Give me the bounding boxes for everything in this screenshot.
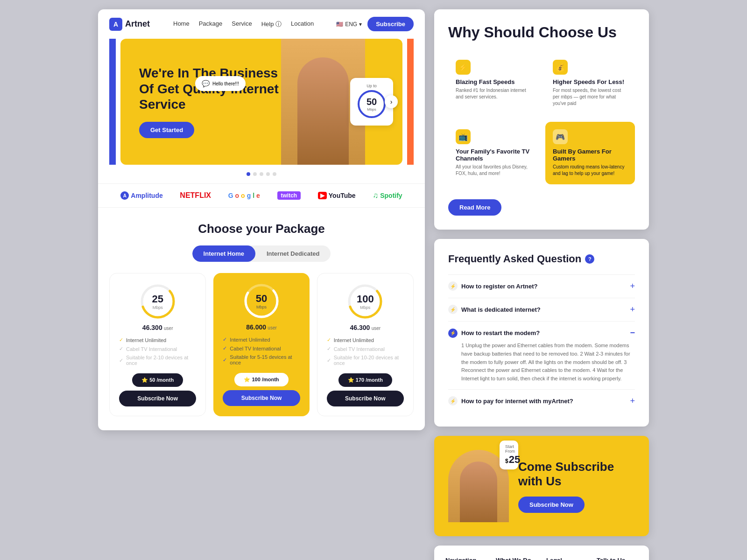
speed-circle: 50 Mbps <box>358 90 386 118</box>
read-more-button[interactable]: Read More <box>448 199 501 216</box>
why-card-desc-price: For most speeds, the lowest cost per mbp… <box>553 87 627 107</box>
hero-wrapper: We're In The Business Of Get Quality Int… <box>98 39 425 165</box>
why-grid: ⚡ Blazing Fast Speeds Ranked #1 for Indo… <box>448 52 635 184</box>
footer-nav-title: Navigation <box>445 557 486 560</box>
subscribe-banner: Start From $ 25 Come Subscribe with Us S… <box>434 436 649 536</box>
why-card-title-tv: Your Family's Favorite TV Channels <box>456 148 530 162</box>
faq-toggle-4[interactable]: + <box>630 396 635 406</box>
why-card-speed: ⚡ Blazing Fast Speeds Ranked #1 for Indo… <box>448 52 538 114</box>
brand-google: Google <box>228 192 260 199</box>
subscribe-now-button[interactable]: Subscribe Now <box>518 497 585 513</box>
dot-3[interactable] <box>260 172 263 176</box>
why-cards-col: ⚡ Blazing Fast Speeds Ranked #1 for Indo… <box>448 52 635 216</box>
faq-bullet-4: ⚡ <box>448 396 458 406</box>
why-card-desc-tv: All your local favorites plus Disney, FO… <box>456 164 530 177</box>
speed-badge-label: Up to <box>358 84 386 88</box>
package-card-100: 100 Mbps 46.300 user ✓ Internet Unlimite… <box>317 273 414 416</box>
hero-next-button[interactable]: › <box>385 95 398 108</box>
faq-toggle-3[interactable]: − <box>630 328 635 338</box>
faq-item-4: ⚡ How to pay for internet with myArtnet?… <box>448 389 635 413</box>
pkg-price-50: 86.000 user <box>223 323 300 331</box>
why-card-price: 💰 Higher Speeds For Less! For most speed… <box>545 52 635 114</box>
dot-4[interactable] <box>266 172 270 176</box>
dot-1[interactable] <box>247 172 250 176</box>
faq-item-2: ⚡ What is dedicated internet? + <box>448 298 635 321</box>
brand-twitch: twitch <box>277 191 301 200</box>
footer-columns: Navigation Home Package Service Help Con… <box>445 557 638 560</box>
banner-content: Come Subscribe with Us Subscribe Now <box>518 460 635 512</box>
why-card-desc-gamers: Custom routing means low-latency and lag… <box>553 164 627 177</box>
hero-section: We're In The Business Of Get Quality Int… <box>120 39 402 165</box>
subscribe-button-100[interactable]: Subscribe Now <box>327 391 404 406</box>
feature-item: ✓ Cabel TV International <box>327 346 404 352</box>
banner-price-tag: Start From $ 25 <box>500 441 518 469</box>
speed-gauge-50: 50 Mbps <box>243 282 280 320</box>
why-card-title-gamers: Built By Gamers For Gamers <box>553 148 627 162</box>
footer: Navigation Home Package Service Help Con… <box>434 546 649 560</box>
pkg-coin-50: ⭐ 100 /month <box>234 373 288 386</box>
faq-bullet-2: ⚡ <box>448 305 458 314</box>
speed-gauge-100: 100 Mbps <box>346 283 384 320</box>
brand-netflix: NETFLIX <box>180 191 211 200</box>
package-tabs: Internet Home Internet Dedicated <box>192 245 331 262</box>
nav-home[interactable]: Home <box>173 20 190 28</box>
lang-selector[interactable]: 🇺🇸ENG▾ <box>336 21 362 28</box>
hero-chat-bubble: 💬 Hello there!!! <box>195 76 246 91</box>
feature-item: ✓ Cabel TV International <box>119 346 196 352</box>
feature-item: ✓ Cabel TV International <box>223 345 300 351</box>
faq-question-1: ⚡ How to register on Artnet? <box>448 281 630 291</box>
nav-service[interactable]: Service <box>232 20 252 28</box>
why-layout: ⚡ Blazing Fast Speeds Ranked #1 for Indo… <box>448 52 635 216</box>
logo-icon: A <box>109 18 122 31</box>
nav-help[interactable]: Help ⓘ <box>261 20 282 28</box>
why-card-tv: 📺 Your Family's Favorite TV Channels All… <box>448 122 538 184</box>
feature-item: ✓ Internet Unlimited <box>327 337 404 343</box>
pkg-price-25: 46.300 user <box>119 324 196 331</box>
packages-title: Choose your Package <box>109 222 414 236</box>
banner-person-wrapper: Start From $ 25 <box>448 450 509 522</box>
feature-item: ✓ Internet Unlimited <box>119 337 196 343</box>
why-card-desc-speed: Ranked #1 for Indonesian internet and se… <box>456 87 530 100</box>
tab-internet-home[interactable]: Internet Home <box>192 245 255 262</box>
logo-text: Artnet <box>125 19 150 29</box>
faq-icon: ? <box>585 254 594 264</box>
nav-location[interactable]: Location <box>291 20 314 28</box>
faq-toggle-1[interactable]: + <box>630 281 635 291</box>
package-card-25: 25 Mbps 46.300 user ✓ Internet Unlimited… <box>109 273 206 416</box>
why-card-title-speed: Blazing Fast Speeds <box>456 78 530 85</box>
right-panel: Why Should Choose Us ⚡ Blazing Fast Spee… <box>434 9 649 560</box>
banner-price-number: 25 <box>509 454 520 466</box>
hero-dots <box>98 165 425 183</box>
hero-cta-button[interactable]: Get Started <box>139 122 194 138</box>
why-section: Why Should Choose Us ⚡ Blazing Fast Spee… <box>434 9 649 230</box>
nav-right: 🇺🇸ENG▾ Subscribe <box>336 17 414 31</box>
subscribe-button-25[interactable]: Subscribe Now <box>119 391 196 406</box>
nav-package[interactable]: Package <box>199 20 223 28</box>
faq-title: Frequently Asked Question ? <box>448 253 635 265</box>
dot-2[interactable] <box>253 172 257 176</box>
faq-section: Frequently Asked Question ? ⚡ How to reg… <box>434 239 649 427</box>
brand-spotify: ♫ Spotify <box>373 191 402 200</box>
feature-item: ✓ Internet Unlimited <box>223 336 300 343</box>
brands-bar: A Amplitude NETFLIX Google twitch ▶ YouT… <box>98 183 425 208</box>
packages-section: Choose your Package Internet Home Intern… <box>98 208 425 430</box>
dot-5[interactable] <box>273 172 276 176</box>
faq-bullet-1: ⚡ <box>448 281 458 291</box>
pkg-features-25: ✓ Internet Unlimited ✓ Cabel TV Internat… <box>119 337 196 366</box>
nav-subscribe-button[interactable]: Subscribe <box>367 17 414 31</box>
why-icon-gamers: 🎮 <box>553 129 568 144</box>
navbar: A Artnet Home Package Service Help ⓘ Loc… <box>98 9 425 39</box>
banner-start-from: Start From <box>505 444 513 454</box>
speed-unit: Mbps <box>367 107 376 112</box>
faq-toggle-2[interactable]: + <box>630 305 635 315</box>
faq-answer-3: 1 Unplug the power and Ethernet cables f… <box>448 342 635 383</box>
banner-price-display: $ 25 <box>505 454 513 466</box>
banner-title: Come Subscribe with Us <box>518 460 635 489</box>
subscribe-button-50[interactable]: Subscribe Now <box>223 390 300 406</box>
why-icon-tv: 📺 <box>456 129 471 144</box>
tab-internet-dedicated[interactable]: Internet Dedicated <box>255 245 331 262</box>
logo: A Artnet <box>109 18 150 31</box>
faq-item-1: ⚡ How to register on Artnet? + <box>448 274 635 298</box>
why-card-gamers: 🎮 Built By Gamers For Gamers Custom rout… <box>545 122 635 184</box>
pkg-features-50: ✓ Internet Unlimited ✓ Cabel TV Internat… <box>223 336 300 365</box>
